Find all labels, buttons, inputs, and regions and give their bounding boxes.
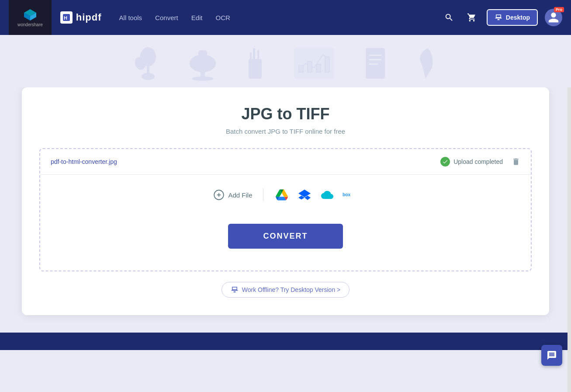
svg-rect-12	[257, 50, 259, 61]
document-icon	[362, 46, 388, 81]
add-file-row: Add File	[40, 175, 531, 215]
page-title: JPG to TIFF	[39, 105, 532, 123]
search-button[interactable]	[441, 10, 457, 25]
upload-status-label: Upload completed	[453, 158, 503, 165]
footer	[0, 333, 571, 350]
pencil-cup-icon	[244, 46, 266, 81]
chart-icon	[292, 46, 336, 81]
wondershare-label: wondershare	[17, 22, 43, 27]
svg-rect-17	[316, 64, 321, 72]
google-drive-icon	[276, 189, 288, 201]
avatar-icon	[547, 11, 560, 24]
cart-button[interactable]	[464, 10, 480, 25]
nav-all-tools[interactable]: All tools	[119, 14, 142, 21]
svg-rect-15	[299, 66, 303, 72]
svg-rect-18	[325, 57, 329, 72]
convert-button-wrapper: CONVERT	[40, 224, 531, 249]
offline-bar: Work Offline? Try Desktop Version >	[39, 282, 532, 298]
desktop-version-icon	[231, 286, 239, 294]
svg-rect-9	[198, 50, 207, 63]
hipdf-icon: H	[60, 11, 73, 24]
pro-badge: Pro	[554, 7, 564, 12]
svg-text:H: H	[64, 15, 67, 21]
brand-logo: wondershare	[9, 0, 52, 35]
check-circle-icon	[440, 157, 450, 167]
hipdf-brand: H hipdf	[60, 11, 102, 24]
svg-rect-13	[250, 52, 252, 61]
chat-button[interactable]	[541, 345, 562, 366]
add-file-label: Add File	[228, 191, 252, 199]
plant-icon	[135, 42, 161, 81]
svg-rect-10	[249, 59, 262, 79]
nav-actions: Desktop Pro	[441, 9, 562, 26]
desktop-btn-label: Desktop	[506, 14, 530, 21]
svg-text:box: box	[343, 192, 350, 197]
nav-ocr[interactable]: OCR	[216, 14, 230, 21]
hipdf-logo-icon: H	[62, 13, 71, 22]
offline-label: Work Offline? Try Desktop Version >	[242, 286, 341, 293]
hero-decorative-icons	[135, 37, 436, 85]
desktop-version-link[interactable]: Work Offline? Try Desktop Version >	[221, 282, 350, 298]
navbar: wondershare H hipdf All tools Convert Ed…	[0, 0, 571, 35]
desktop-button[interactable]: Desktop	[487, 9, 538, 26]
converter-card: JPG to TIFF Batch convert JPG to TIFF on…	[22, 87, 549, 315]
google-drive-button[interactable]	[274, 187, 290, 203]
hero-background	[0, 35, 571, 87]
file-row: pdf-to-html-converter.jpg Upload complet…	[40, 149, 531, 175]
cloud-storage-icon	[321, 189, 333, 201]
delete-file-button[interactable]	[512, 157, 520, 166]
svg-rect-16	[308, 61, 312, 72]
dropbox-icon	[298, 189, 311, 201]
spacer	[40, 253, 531, 271]
svg-rect-11	[253, 48, 255, 61]
onedrive-button[interactable]	[319, 187, 335, 203]
nav-links: All tools Convert Edit OCR	[119, 14, 441, 21]
divider	[263, 188, 263, 201]
svg-rect-20	[369, 55, 381, 56]
desktop-icon	[495, 14, 502, 21]
hipdf-text: hipdf	[76, 12, 102, 23]
quill-icon	[415, 46, 436, 81]
convert-button[interactable]: CONVERT	[228, 224, 343, 249]
box-icon: box	[343, 191, 357, 199]
dropbox-button[interactable]	[297, 187, 312, 203]
file-name: pdf-to-html-converter.jpg	[51, 158, 440, 165]
svg-rect-21	[369, 59, 381, 60]
box-button[interactable]: box	[342, 187, 358, 203]
chat-icon	[547, 350, 557, 361]
checkmark-icon	[442, 159, 448, 165]
add-file-button[interactable]: Add File	[213, 189, 252, 201]
trash-icon	[512, 157, 520, 166]
wondershare-logo: wondershare	[17, 8, 43, 27]
lamp-icon	[187, 46, 218, 81]
plus-circle-icon	[213, 189, 225, 201]
file-drop-zone[interactable]: pdf-to-html-converter.jpg Upload complet…	[39, 148, 532, 271]
cart-icon	[467, 13, 477, 22]
avatar-wrapper: Pro	[545, 9, 562, 26]
search-icon	[444, 13, 454, 22]
svg-rect-22	[369, 63, 378, 65]
nav-convert[interactable]: Convert	[155, 14, 178, 21]
cloud-storage-icons: box	[274, 187, 358, 203]
nav-edit[interactable]: Edit	[191, 14, 203, 21]
page-subtitle: Batch convert JPG to TIFF online for fre…	[39, 128, 532, 135]
main-container: JPG to TIFF Batch convert JPG to TIFF on…	[0, 87, 571, 333]
wondershare-icon	[22, 8, 38, 21]
upload-status: Upload completed	[440, 157, 503, 167]
